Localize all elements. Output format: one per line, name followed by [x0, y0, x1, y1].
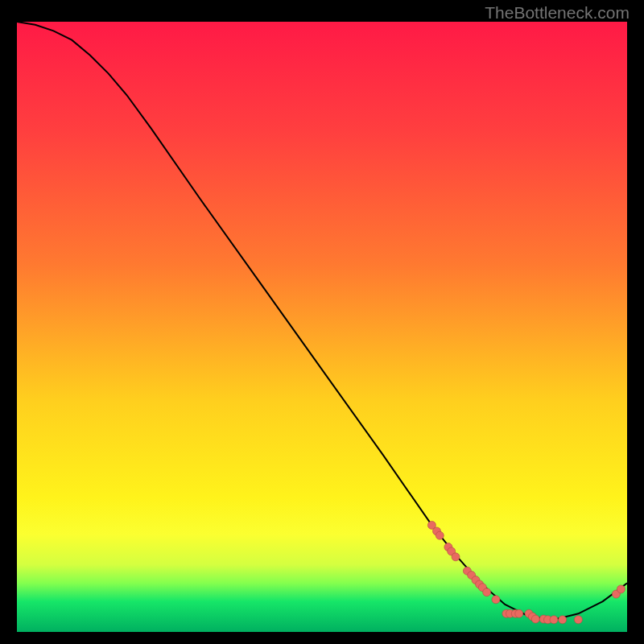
gradient-plot-area [17, 22, 627, 632]
chart-stage: TheBottleneck.com [0, 0, 644, 644]
watermark-text: TheBottleneck.com [485, 3, 630, 23]
